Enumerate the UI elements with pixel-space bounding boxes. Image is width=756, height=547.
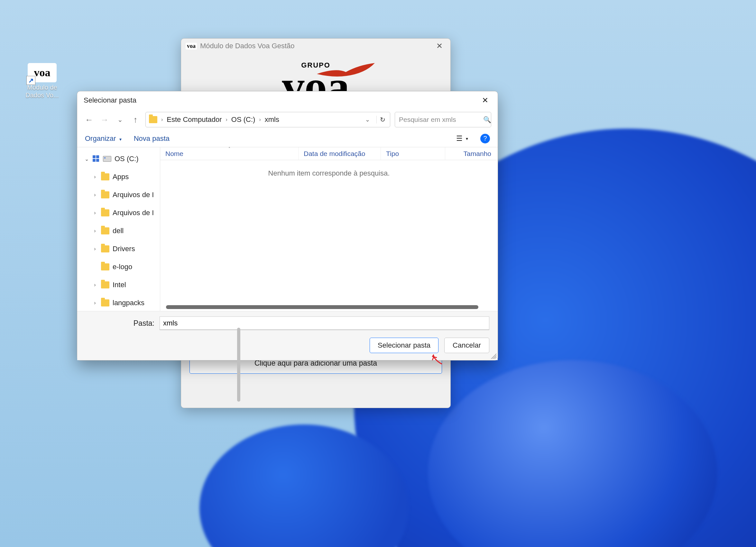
tree-item[interactable]: ›Intel	[77, 276, 160, 294]
app-close-button[interactable]: ✕	[433, 42, 446, 51]
search-icon: 🔍	[483, 116, 491, 124]
refresh-button[interactable]: ↻	[376, 116, 387, 124]
file-list[interactable]: ˄ Nome Data de modificação Tipo Tamanho …	[160, 147, 498, 311]
select-folder-button[interactable]: Selecionar pasta	[370, 338, 438, 353]
folder-icon	[101, 299, 109, 306]
folder-icon	[101, 281, 109, 288]
dialog-close-button[interactable]: ✕	[476, 94, 494, 107]
tree-expand-icon[interactable]: ›	[92, 282, 98, 288]
tree-item[interactable]: ›dell	[77, 222, 160, 240]
tree-expand-icon[interactable]: ›	[92, 228, 98, 234]
tree-item[interactable]: ›Arquivos de I	[77, 204, 160, 222]
nav-back-button[interactable]: ←	[84, 114, 95, 125]
tree-expand-icon[interactable]: ›	[92, 192, 98, 198]
list-header[interactable]: ˄ Nome Data de modificação Tipo Tamanho	[160, 147, 498, 160]
shortcut-overlay-icon: ↗	[26, 76, 35, 85]
windows-icon	[93, 155, 100, 162]
search-input[interactable]	[399, 116, 483, 124]
tree-item-label: dell	[113, 227, 124, 235]
tree-expand-icon[interactable]: ›	[92, 174, 98, 180]
tree-scrollbar[interactable]	[237, 328, 240, 402]
app-logo-leaf-icon	[317, 63, 375, 78]
folder-field[interactable]	[160, 316, 489, 330]
tree-item-label: e-logo	[113, 263, 132, 271]
help-button[interactable]: ?	[480, 134, 490, 144]
desktop-shortcut[interactable]: voa ↗ Módulo de Dados Vo...	[21, 63, 63, 99]
folder-icon	[101, 227, 109, 235]
tree-item-label: Apps	[113, 173, 129, 181]
folder-dialog: Selecionar pasta ✕ ← → ⌄ ↑ › Este Comput…	[77, 91, 498, 360]
breadcrumb-dropdown[interactable]: ⌄	[362, 116, 373, 123]
folder-tree[interactable]: ⌄ OS (C:) ›Apps ›Arquivos de I ›Arquivos…	[77, 147, 160, 311]
folder-icon	[101, 173, 109, 181]
chevron-right-icon: ›	[258, 117, 261, 123]
app-title: Módulo de Dados Voa Gestão	[200, 42, 295, 50]
col-date[interactable]: Data de modificação	[299, 147, 381, 160]
resize-grip[interactable]	[489, 352, 496, 359]
tree-item-label: Arquivos de I	[113, 209, 154, 217]
tree-collapse-icon[interactable]: ⌄	[84, 156, 89, 162]
nav-recent-dropdown[interactable]: ⌄	[115, 114, 125, 125]
list-view-icon: ☰	[456, 135, 463, 143]
tree-root-label: OS (C:)	[115, 155, 139, 163]
breadcrumb-bar[interactable]: › Este Computador › OS (C:) › xmls ⌄ ↻	[145, 112, 390, 127]
tree-root[interactable]: ⌄ OS (C:)	[77, 150, 160, 168]
folder-icon	[101, 209, 109, 217]
folder-icon	[149, 116, 157, 123]
breadcrumb-root[interactable]: Este Computador	[167, 116, 222, 124]
cancel-button[interactable]: Cancelar	[444, 338, 489, 353]
breadcrumb-drive[interactable]: OS (C:)	[231, 116, 255, 124]
desktop-shortcut-logo: voa	[34, 67, 51, 79]
sort-asc-icon: ˄	[228, 147, 230, 151]
tree-expand-icon[interactable]: ›	[92, 300, 98, 306]
empty-message: Nenhum item corresponde à pesquisa.	[160, 169, 498, 178]
folder-icon	[101, 264, 109, 271]
app-titlebar-logo: voa	[186, 43, 197, 50]
annotation-arrow	[430, 353, 443, 366]
tree-item[interactable]: ›Drivers	[77, 240, 160, 258]
chevron-down-icon: ▾	[466, 136, 468, 141]
chevron-down-icon: ▾	[118, 137, 122, 142]
col-size[interactable]: Tamanho	[445, 147, 498, 160]
folder-icon	[101, 246, 109, 253]
app-titlebar[interactable]: voa Módulo de Dados Voa Gestão ✕	[181, 39, 450, 53]
search-box[interactable]: 🔍	[395, 112, 491, 127]
horizontal-scrollbar[interactable]	[166, 305, 478, 309]
col-type[interactable]: Tipo	[381, 147, 445, 160]
tree-item[interactable]: ›Apps	[77, 168, 160, 186]
view-mode-button[interactable]: ☰ ▾	[456, 135, 468, 143]
drive-icon	[103, 156, 111, 162]
tree-item[interactable]: e-logo	[77, 258, 160, 276]
chevron-right-icon: ›	[225, 117, 228, 123]
nav-up-button[interactable]: ↑	[130, 114, 141, 125]
tree-item-label: Drivers	[113, 245, 135, 253]
new-folder-button[interactable]: Nova pasta	[134, 135, 170, 143]
folder-icon	[101, 191, 109, 199]
chevron-right-icon: ›	[161, 117, 163, 123]
tree-item[interactable]: ›Arquivos de I	[77, 186, 160, 204]
col-name[interactable]: ˄ Nome	[160, 147, 299, 160]
desktop-shortcut-label: Módulo de Dados Vo...	[21, 84, 63, 99]
dialog-nav: ← → ⌄ ↑ › Este Computador › OS (C:) › xm…	[77, 109, 498, 130]
breadcrumb-folder[interactable]: xmls	[265, 116, 279, 124]
tree-item-label: Arquivos de I	[113, 191, 154, 199]
tree-item[interactable]: ›langpacks	[77, 294, 160, 311]
tree-item-label: Intel	[113, 281, 126, 289]
folder-field-label: Pasta:	[86, 319, 160, 328]
nav-forward-button[interactable]: →	[99, 114, 110, 125]
tree-item-label: langpacks	[113, 299, 144, 307]
dialog-title: Selecionar pasta	[84, 96, 136, 105]
organize-menu[interactable]: Organizar ▾	[85, 135, 122, 143]
tree-expand-icon[interactable]: ›	[92, 210, 98, 216]
dialog-toolbar: Organizar ▾ Nova pasta ☰ ▾ ?	[77, 130, 498, 147]
tree-expand-icon[interactable]: ›	[92, 246, 98, 252]
